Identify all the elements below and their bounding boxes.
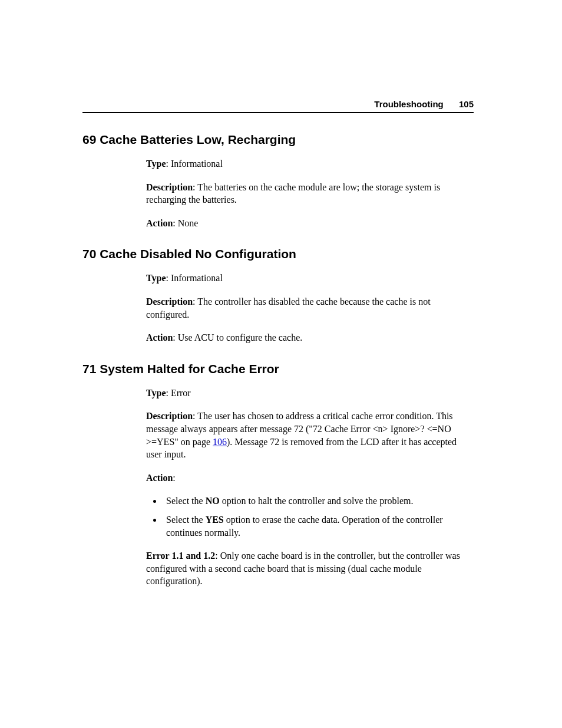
description-label: Description <box>146 297 193 307</box>
description-line: Description: The controller has disabled… <box>146 295 474 321</box>
list-item: Select the YES option to erase the cache… <box>163 513 474 539</box>
list-item: Select the NO option to halt the control… <box>163 495 474 508</box>
action-label: Action <box>146 473 173 483</box>
description-label: Description <box>146 182 193 192</box>
bullet-post: option to halt the controller and solve … <box>220 496 414 506</box>
type-value: : Informational <box>166 273 222 283</box>
section-heading-71: 71 System Halted for Cache Error <box>82 362 474 376</box>
bullet-bold: NO <box>206 496 220 506</box>
section-heading-69: 69 Cache Batteries Low, Recharging <box>82 133 474 147</box>
type-label: Type <box>146 159 166 169</box>
page-link-106[interactable]: 106 <box>213 437 227 447</box>
type-line: Type: Informational <box>146 157 474 170</box>
error-line: Error 1.1 and 1.2: Only one cache board … <box>146 549 474 588</box>
header-page-number: 105 <box>459 99 474 109</box>
running-header: Troubleshooting 105 <box>374 99 474 109</box>
action-line: Action: None <box>146 217 474 230</box>
action-line: Action: Use ACU to configure the cache. <box>146 331 474 344</box>
action-colon: : <box>173 473 175 483</box>
page: Troubleshooting 105 69 Cache Batteries L… <box>0 0 562 728</box>
action-value: : Use ACU to configure the cache. <box>173 332 302 342</box>
section-body-69: Type: Informational Description: The bat… <box>146 157 474 229</box>
action-label: Action <box>146 218 173 228</box>
type-label: Type <box>146 273 166 283</box>
type-value: : Error <box>166 388 190 398</box>
action-line: Action: <box>146 472 474 485</box>
action-label: Action <box>146 332 173 342</box>
type-value: : Informational <box>166 159 222 169</box>
description-label: Description <box>146 411 193 421</box>
bullet-pre: Select the <box>166 496 206 506</box>
header-section: Troubleshooting <box>374 99 444 109</box>
description-line: Description: The batteries on the cache … <box>146 181 474 206</box>
type-label: Type <box>146 388 166 398</box>
section-heading-70: 70 Cache Disabled No Configuration <box>82 247 474 261</box>
section-body-70: Type: Informational Description: The con… <box>146 272 474 344</box>
bullet-bold: YES <box>206 515 224 525</box>
bullet-pre: Select the <box>166 515 206 525</box>
description-line: Description: The user has chosen to addr… <box>146 410 474 460</box>
header-rule <box>82 112 474 113</box>
action-list: Select the NO option to halt the control… <box>146 495 474 539</box>
type-line: Type: Informational <box>146 272 474 285</box>
action-value: : None <box>173 218 198 228</box>
error-label: Error 1.1 and 1.2 <box>146 551 215 561</box>
type-line: Type: Error <box>146 387 474 400</box>
section-body-71: Type: Error Description: The user has ch… <box>146 387 474 588</box>
content: 69 Cache Batteries Low, Recharging Type:… <box>82 133 474 588</box>
